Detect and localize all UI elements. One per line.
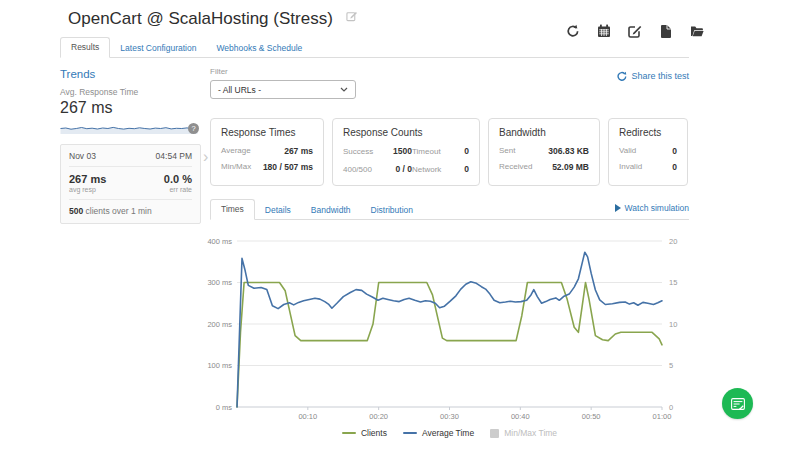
stat-label: Sent [499, 146, 515, 156]
stat-label: Min/Max [221, 162, 251, 172]
legend-label: Average Time [422, 428, 474, 438]
stat-label: Received [499, 162, 532, 172]
watch-simulation-label: Watch simulation [625, 203, 689, 213]
svg-text:15: 15 [669, 278, 677, 287]
report-icon[interactable] [659, 24, 673, 38]
card-title: Response Counts [343, 127, 469, 138]
trends-sidebar: Trends Avg. Response Time 267 ms ? Nov 0… [60, 68, 201, 224]
test-name: OpenCart @ ScalaHosting (Stress) [68, 9, 333, 28]
legend-swatch-average-time [403, 432, 417, 434]
legend-item-minmax-time[interactable]: Min/Max Time [490, 428, 557, 438]
svg-text:0: 0 [669, 403, 673, 412]
trend-clients-summary: 500 clients over 1 min [69, 199, 192, 216]
chart-tab-details[interactable]: Details [255, 201, 301, 219]
trend-date: Nov 03 [69, 151, 96, 161]
feedback-note-icon [730, 396, 746, 412]
stat-label: Invalid [619, 162, 642, 172]
legend-swatch-minmax-time [490, 429, 499, 438]
feedback-chat-button[interactable] [722, 388, 753, 419]
stat-value: 0 [452, 146, 469, 156]
svg-text:20: 20 [669, 237, 677, 246]
stat-card-bandwidth: Bandwidth Sent306.83 KB Received52.09 MB [488, 118, 600, 186]
trends-link[interactable]: Trends [60, 68, 201, 80]
svg-text:200 ms: 200 ms [207, 320, 232, 329]
stat-label: Valid [619, 146, 636, 156]
play-icon [615, 204, 621, 212]
stats-row: Response Times Average267 ms Min/Max180 … [210, 118, 688, 186]
stat-value: 52.09 MB [552, 162, 589, 172]
svg-text:00:10: 00:10 [298, 412, 317, 421]
svg-text:00:50: 00:50 [582, 412, 601, 421]
stat-card-redirects: Redirects Valid0 Invalid0 [608, 118, 688, 186]
svg-text:5: 5 [669, 361, 673, 370]
stat-value: 267 ms [284, 146, 313, 156]
trend-avg-caption: avg resp [69, 186, 106, 193]
card-title: Redirects [619, 127, 677, 138]
stat-label: Average [221, 146, 251, 156]
legend-item-clients[interactable]: Clients [342, 428, 387, 438]
stat-value: 0 [452, 164, 469, 174]
stat-value: 306.83 KB [548, 146, 589, 156]
svg-text:00:20: 00:20 [369, 412, 388, 421]
chart-legend: Clients Average Time Min/Max Time [210, 428, 689, 438]
response-times-chart: 0 ms0100 ms5200 ms10300 ms15400 ms2000:1… [205, 230, 697, 426]
stat-label: Success [343, 147, 376, 156]
stat-value: 0 / 0 [376, 164, 412, 174]
trend-card[interactable]: Nov 03 04:54 PM 267 ms avg resp 0.0 % er… [60, 144, 201, 224]
chart-tab-distribution[interactable]: Distribution [361, 201, 424, 219]
legend-swatch-clients [342, 432, 356, 434]
results-page: OpenCart @ ScalaHosting (Stress) Results… [0, 0, 800, 450]
svg-text:100 ms: 100 ms [207, 361, 232, 370]
trend-avg-value: 267 ms [69, 173, 106, 185]
trend-time: 04:54 PM [156, 151, 192, 161]
help-badge[interactable]: ? [188, 123, 199, 134]
stat-value: 0 [672, 162, 677, 172]
legend-label: Clients [361, 428, 387, 438]
card-title: Response Times [221, 127, 313, 138]
legend-label: Min/Max Time [504, 428, 557, 438]
trend-err-value: 0.0 % [164, 173, 192, 185]
svg-text:00:40: 00:40 [511, 412, 530, 421]
page-title: OpenCart @ ScalaHosting (Stress) [68, 7, 358, 29]
stat-label: 400/500 [343, 165, 376, 174]
svg-text:00:30: 00:30 [440, 412, 459, 421]
stat-label: Network [412, 165, 452, 174]
edit-icon[interactable] [628, 24, 642, 38]
avg-response-time-label: Avg. Response Time [60, 87, 201, 97]
stat-label: Timeout [412, 147, 452, 156]
chevron-down-icon [340, 87, 348, 92]
svg-text:300 ms: 300 ms [207, 278, 232, 287]
svg-text:400 ms: 400 ms [207, 237, 232, 246]
url-filter-select[interactable]: - All URLs - [210, 80, 356, 99]
tab-results[interactable]: Results [60, 37, 110, 58]
stat-value: 180 / 507 ms [263, 162, 313, 172]
share-icon [617, 71, 627, 81]
url-filter-value: - All URLs - [218, 85, 261, 95]
page-tabbar: Results Latest Configuration Webhooks & … [60, 37, 689, 58]
stat-card-response-times: Response Times Average267 ms Min/Max180 … [210, 118, 324, 186]
share-test-link[interactable]: Share this test [617, 71, 689, 81]
card-title: Bandwidth [499, 127, 589, 138]
tab-webhooks-schedule[interactable]: Webhooks & Schedule [206, 39, 312, 57]
svg-text:01:00: 01:00 [653, 412, 672, 421]
trend-sparkline [60, 121, 198, 136]
rename-test-icon[interactable] [346, 7, 358, 27]
watch-simulation-link[interactable]: Watch simulation [615, 203, 689, 213]
svg-text:10: 10 [669, 320, 677, 329]
filter-label: Filter [210, 67, 228, 76]
tab-latest-configuration[interactable]: Latest Configuration [110, 39, 206, 57]
open-folder-icon[interactable] [690, 24, 704, 38]
legend-item-average-time[interactable]: Average Time [403, 428, 474, 438]
calendar-icon[interactable] [597, 24, 611, 38]
chart-tab-times[interactable]: Times [210, 199, 255, 220]
svg-text:0 ms: 0 ms [216, 403, 233, 412]
stat-value: 0 [672, 146, 677, 156]
chart-tab-bandwidth[interactable]: Bandwidth [301, 201, 361, 219]
share-test-label: Share this test [631, 71, 689, 81]
refresh-icon[interactable] [566, 24, 580, 38]
stat-value: 1500 [376, 146, 412, 156]
toolbar [566, 24, 704, 38]
avg-response-time-value: 267 ms [60, 99, 201, 117]
stat-card-response-counts: Response Counts Success1500 Timeout0 400… [332, 118, 480, 186]
next-trend-chevron[interactable]: › [203, 148, 208, 166]
